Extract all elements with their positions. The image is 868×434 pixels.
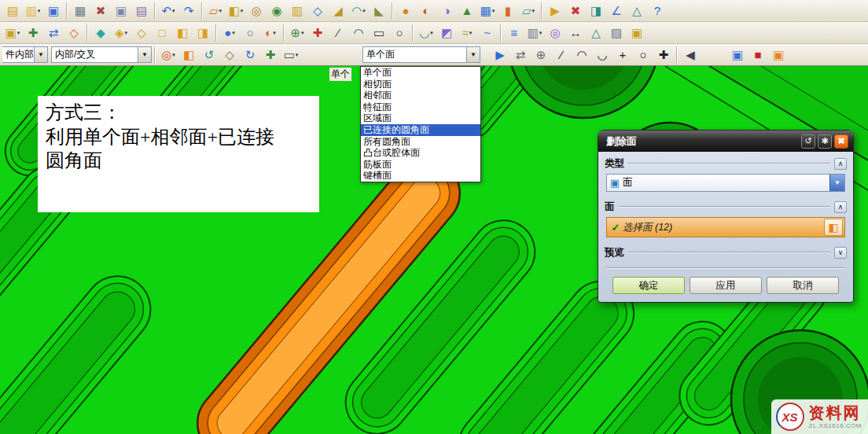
dropdown-item[interactable]: 相邻面 [361, 90, 480, 101]
collapse-chevron-icon[interactable]: ∧ [834, 201, 847, 213]
swept-icon[interactable]: ~ ▾ [477, 24, 498, 42]
copy-icon[interactable]: ▣ ▾ [111, 2, 131, 20]
dropdown-item[interactable]: 区域面 [361, 112, 480, 124]
point-dialog-icon[interactable]: ✚ ▾ [307, 24, 328, 42]
extrude-icon[interactable]: ◧ ▾ [226, 2, 246, 20]
dropdown-caret-icon[interactable]: ▾ [430, 30, 433, 36]
chevron-down-icon[interactable]: ▼ [466, 47, 480, 62]
print-icon[interactable]: ▦ ▾ [70, 2, 90, 20]
sketch-icon[interactable]: ▱ ▾ [205, 2, 226, 20]
point-tool-icon[interactable]: + ▾ [612, 46, 633, 64]
arc-icon[interactable]: ◠ ▾ [348, 24, 369, 42]
rotate-tool-icon[interactable]: ↻ ▾ [240, 46, 260, 64]
assembly-constraints-icon[interactable]: ◇ ▾ [64, 24, 84, 42]
settings-gear-icon[interactable]: ✱ [818, 134, 832, 149]
top-view-icon[interactable]: ◨ ▾ [193, 24, 213, 42]
rib-icon[interactable]: ▥ ▾ [287, 2, 307, 20]
offset-surface-icon[interactable]: ◩ ▾ [436, 24, 457, 42]
dropdown-caret-icon[interactable]: ▾ [219, 8, 223, 14]
layered-cubes-icon[interactable]: ▣ ▾ [727, 46, 748, 64]
snap-point-icon[interactable]: ⊕ ▾ [287, 24, 307, 42]
selection-filter-combo[interactable]: 内部/交叉 ▼ [51, 46, 152, 63]
dropdown-item[interactable]: 凸台或腔体面 [361, 147, 480, 159]
through-curves-icon[interactable]: ≈ ▾ [457, 24, 477, 42]
hole-icon[interactable]: ◉ ▾ [267, 2, 287, 20]
line-icon[interactable]: ∕ ▾ [328, 24, 348, 42]
dropdown-caret-icon[interactable]: ▾ [38, 8, 41, 14]
apply-button[interactable]: 应用 [690, 277, 762, 294]
move-component-icon[interactable]: ⇄ ▾ [43, 24, 64, 42]
face-select-icon[interactable]: ◧ [824, 219, 843, 236]
dropdown-caret-icon[interactable]: ▾ [125, 30, 128, 36]
pattern-feature-icon[interactable]: ▦ ▾ [477, 2, 498, 20]
dropdown-caret-icon[interactable]: ▾ [539, 30, 542, 36]
dropdown-item[interactable]: 筋板面 [361, 159, 480, 171]
side-view-icon[interactable]: ◧ ▾ [172, 24, 193, 42]
intersect-icon[interactable]: ◑ ▾ [436, 2, 457, 20]
subtract-icon[interactable]: ◐ ▾ [416, 2, 436, 20]
analysis-icon[interactable]: △ ▾ [627, 2, 647, 20]
show-solid-icon[interactable]: ◇ ▾ [219, 46, 240, 64]
dropdown-caret-icon[interactable]: ▾ [492, 8, 495, 14]
highlight-cube-icon[interactable]: ◧ ▾ [178, 46, 199, 64]
redo-icon[interactable]: ↷ ▾ [178, 2, 199, 20]
wave-geometry-icon[interactable]: ◆ ▾ [90, 24, 111, 42]
help-icon[interactable]: ? ▾ [647, 2, 668, 20]
dropdown-item[interactable]: 单个面 [361, 67, 480, 79]
face-rule-dropdown[interactable]: 单个面相切面相邻面特征面区域面已连接的圆角面所有圆角面凸台或腔体面筋板面键槽面 [360, 66, 481, 182]
type-combo[interactable]: ▣ 面 ▼ [606, 174, 845, 192]
dropdown-caret-icon[interactable]: ▾ [469, 30, 473, 36]
selection-scope-combo[interactable]: 件内部 ▼ [2, 46, 48, 63]
trim-body-icon[interactable]: ▲ ▾ [457, 2, 477, 20]
chevron-down-icon[interactable]: ▼ [34, 47, 47, 62]
dropdown-item[interactable]: 相切面 [361, 79, 480, 90]
dropdown-caret-icon[interactable]: ▾ [172, 52, 175, 58]
drag-tool-icon[interactable]: ✚ ▾ [260, 46, 281, 64]
revolve-icon[interactable]: ◎ ▾ [246, 2, 267, 20]
orbit-icon[interactable]: ⊕ ▾ [531, 46, 551, 64]
rectangle-icon[interactable]: ▭ ▾ [369, 24, 389, 42]
chevron-down-icon[interactable]: ▼ [829, 175, 844, 191]
add-component-icon[interactable]: ✚ ▾ [23, 24, 43, 42]
mirror-feature-icon[interactable]: ▮ ▾ [498, 2, 518, 20]
dropdown-caret-icon[interactable]: ▾ [296, 52, 299, 58]
chamfer-icon[interactable]: ◣ ▾ [369, 2, 389, 20]
collapse-chevron-icon[interactable]: ∧ [834, 158, 847, 170]
expand-chevron-icon[interactable]: ∨ [834, 247, 847, 259]
circle-tool-icon[interactable]: ○ ▾ [633, 46, 653, 64]
dropdown-caret-icon[interactable]: ▾ [17, 30, 20, 36]
close-icon[interactable]: ✖ [834, 134, 848, 149]
delete-face-icon[interactable]: ✖ ▾ [565, 2, 586, 20]
hole-face-top[interactable] [508, 66, 659, 118]
scene-preferences-icon[interactable]: ▨ ▾ [606, 24, 627, 42]
face-rule-combo[interactable]: 单个面 ▼ [362, 46, 480, 63]
dropdown-caret-icon[interactable]: ▾ [532, 8, 535, 14]
dropdown-caret-icon[interactable]: ▾ [172, 8, 175, 14]
slot-face-3[interactable] [0, 263, 164, 434]
dropdown-item[interactable]: 键槽面 [361, 170, 480, 182]
reset-icon[interactable]: ↺ [801, 134, 815, 149]
fillet-tool-icon[interactable]: ◡ ▾ [592, 46, 612, 64]
save-icon[interactable]: ▣ ▾ [43, 2, 64, 20]
blend-surface-icon[interactable]: ◡ ▾ [416, 24, 436, 42]
lasso-select-icon[interactable]: ▭ ▾ [281, 46, 301, 64]
deviation-analysis-icon[interactable]: △ ▾ [586, 24, 606, 42]
offset-region-icon[interactable]: ◨ ▾ [586, 2, 606, 20]
window-icon[interactable]: ▣ ▾ [627, 24, 647, 42]
paste-icon[interactable]: ▤ ▾ [131, 2, 152, 20]
dropdown-caret-icon[interactable]: ▾ [241, 8, 244, 14]
dropdown-item[interactable]: 已连接的圆角面 [361, 124, 480, 136]
pan-icon[interactable]: ⇄ ▾ [510, 46, 531, 64]
arc-tool-icon[interactable]: ◠ ▾ [572, 46, 592, 64]
solid-red-cube-icon[interactable]: ■ ▾ [748, 46, 768, 64]
shell-icon[interactable]: ◇ ▾ [307, 2, 328, 20]
wireframe-style-icon[interactable]: ○ ▾ [240, 24, 260, 42]
plus-tool-icon[interactable]: ✚ ▾ [653, 46, 674, 64]
datum-plane-icon[interactable]: ▱ ▾ [518, 2, 539, 20]
unite-icon[interactable]: ● ▾ [395, 2, 416, 20]
select-face-row[interactable]: ✓ 选择面 (12) ◧ [606, 217, 845, 237]
orange-box-icon[interactable]: ▣ ▾ [768, 46, 789, 64]
layer-settings-icon[interactable]: ≡ ▾ [504, 24, 524, 42]
move-face-icon[interactable]: ▶ ▾ [545, 2, 565, 20]
edge-blend-icon[interactable]: ◠ ▾ [348, 2, 369, 20]
